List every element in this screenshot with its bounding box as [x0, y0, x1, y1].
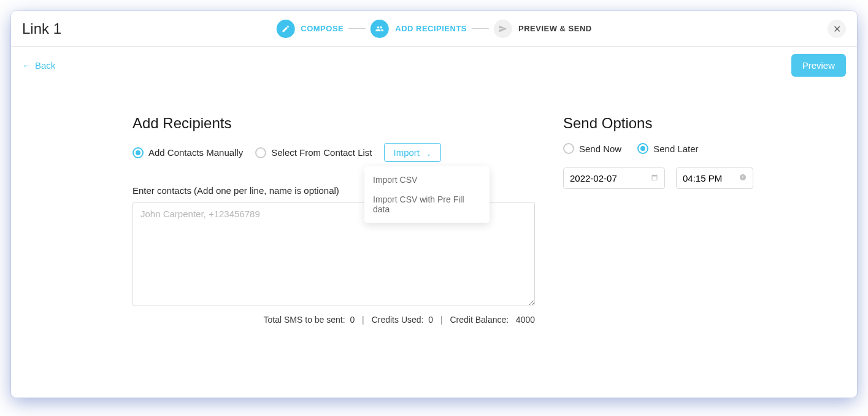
- step-compose-label: COMPOSE: [301, 24, 344, 33]
- calendar-icon: [651, 174, 658, 183]
- radio-send-later[interactable]: Send Later: [637, 143, 698, 154]
- radio-manual-label: Add Contacts Manually: [148, 147, 243, 158]
- radio-select-list[interactable]: Select From Contact List: [255, 147, 372, 158]
- dropdown-import-csv-prefill[interactable]: Import CSV with Pre Fill data: [364, 190, 490, 219]
- separator: |: [362, 315, 364, 325]
- clock-icon: [739, 174, 747, 183]
- separator: |: [440, 315, 443, 325]
- chevron-down-icon: [426, 150, 432, 156]
- radio-icon: [255, 147, 266, 158]
- import-dropdown: Import CSV Import CSV with Pre Fill data: [364, 166, 490, 223]
- send-options-section: Send Options Send Now Send Later 2022-02…: [563, 115, 766, 325]
- recipients-title: Add Recipients: [133, 115, 545, 132]
- step-recipients-label: ADD RECIPIENTS: [395, 24, 467, 33]
- datetime-row: 2022-02-07 04:15 PM: [563, 168, 766, 189]
- time-input[interactable]: 04:15 PM: [676, 168, 753, 189]
- radio-icon: [563, 143, 574, 154]
- close-button[interactable]: ✕: [828, 20, 846, 38]
- stats-row: Total SMS to be sent: 0 | Credits Used: …: [133, 315, 535, 325]
- close-icon: ✕: [833, 23, 841, 35]
- date-input[interactable]: 2022-02-07: [563, 168, 665, 189]
- date-value: 2022-02-07: [570, 173, 617, 183]
- subheader: ← Back Preview: [11, 47, 857, 84]
- step-preview-label: PREVIEW & SEND: [518, 24, 592, 33]
- page-title: Link 1: [22, 20, 61, 37]
- total-sms-label: Total SMS to be sent:: [264, 315, 345, 325]
- step-connector: [348, 28, 366, 29]
- send-timing-row: Send Now Send Later: [563, 143, 766, 154]
- modal-window: Link 1 COMPOSE ADD RECIPIENTS PREV: [11, 11, 857, 398]
- step-preview-send[interactable]: PREVIEW & SEND: [494, 20, 592, 38]
- step-compose[interactable]: COMPOSE: [276, 20, 344, 38]
- recipients-mode-row: Add Contacts Manually Select From Contac…: [133, 143, 545, 162]
- back-label: Back: [35, 60, 55, 71]
- credit-balance-label: Credit Balance:: [450, 315, 509, 325]
- users-icon: [371, 20, 389, 38]
- credit-balance-value: 4000: [516, 315, 535, 325]
- total-sms-value: 0: [350, 315, 355, 325]
- header-bar: Link 1 COMPOSE ADD RECIPIENTS PREV: [11, 11, 857, 47]
- radio-select-list-label: Select From Contact List: [271, 147, 372, 158]
- send-now-label: Send Now: [579, 144, 621, 154]
- recipients-section: Add Recipients Add Contacts Manually Sel…: [133, 115, 545, 325]
- step-add-recipients[interactable]: ADD RECIPIENTS: [371, 20, 467, 38]
- radio-send-now[interactable]: Send Now: [563, 143, 621, 154]
- send-options-title: Send Options: [563, 115, 766, 132]
- radio-icon: [637, 143, 648, 154]
- time-value: 04:15 PM: [683, 173, 722, 183]
- dropdown-import-csv[interactable]: Import CSV: [364, 170, 490, 190]
- radio-manual[interactable]: Add Contacts Manually: [133, 147, 243, 158]
- credits-used-label: Credits Used:: [372, 315, 424, 325]
- credits-used-value: 0: [428, 315, 433, 325]
- content-area: Add Recipients Add Contacts Manually Sel…: [11, 84, 857, 325]
- arrow-left-icon: ←: [22, 60, 31, 71]
- stepper: COMPOSE ADD RECIPIENTS PREVIEW & SEND: [276, 20, 591, 38]
- send-later-label: Send Later: [653, 144, 698, 154]
- pencil-icon: [276, 20, 294, 38]
- back-link[interactable]: ← Back: [22, 60, 55, 71]
- step-connector: [472, 28, 489, 29]
- radio-icon: [133, 147, 144, 158]
- import-button[interactable]: Import: [384, 143, 441, 162]
- preview-button[interactable]: Preview: [791, 54, 846, 77]
- import-label: Import: [393, 147, 420, 158]
- paper-plane-icon: [494, 20, 512, 38]
